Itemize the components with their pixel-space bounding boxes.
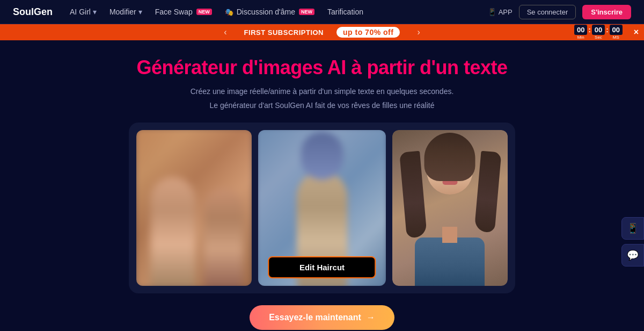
- nav-face-swap[interactable]: Face Swap NEW: [155, 8, 212, 16]
- timer-min-label: Min: [577, 35, 584, 40]
- timer-sec-label: Sec: [595, 35, 602, 40]
- chevron-down-icon: ▾: [138, 8, 142, 16]
- timer-minutes: 00: [574, 25, 587, 35]
- cta-section: Essayez-le maintenant →: [0, 305, 644, 330]
- nav-face-swap-label: Face Swap: [155, 8, 193, 16]
- cta-label: Essayez-le maintenant: [269, 313, 361, 322]
- figure-blob-left: [150, 177, 195, 286]
- edit-haircut-button[interactable]: Edit Haircut: [268, 256, 376, 278]
- new-badge: NEW: [196, 9, 212, 15]
- gallery-card: Edit Haircut: [129, 123, 515, 293]
- timer-seconds: 00: [592, 25, 605, 35]
- phone-float-icon: 📱: [627, 222, 639, 234]
- chat-float-button[interactable]: 💬: [621, 244, 644, 267]
- arrow-icon: →: [367, 313, 375, 322]
- timer-ms: 00: [610, 25, 623, 35]
- promo-timer: 00 Min : 00 Sec : 00 MS: [574, 25, 623, 40]
- gallery-section: Edit Haircut: [0, 123, 644, 293]
- nav-discussion-label: Discussion d'âme: [237, 8, 295, 16]
- figure-blob-left-2: [204, 188, 244, 286]
- app-label: APP: [499, 8, 513, 16]
- nav-ai-girl[interactable]: AI Girl ▾: [70, 8, 97, 16]
- nav-right: 📱 APP Se connecter S'inscrire: [488, 5, 631, 19]
- gallery-panel-right: [392, 130, 508, 286]
- gallery-panel-left: [136, 130, 252, 286]
- soul-icon: 🎭: [225, 8, 233, 16]
- hair-left: [399, 150, 427, 238]
- portrait-body: [415, 238, 485, 286]
- phone-icon: 📱: [488, 8, 496, 16]
- nav-tarification-label: Tarification: [327, 8, 363, 16]
- float-right-panel: 📱 💬: [621, 217, 644, 267]
- nav-discussion[interactable]: 🎭 Discussion d'âme NEW: [225, 8, 314, 16]
- hero-subtitle-2: Le générateur d'art SoulGen AI fait de v…: [0, 99, 644, 111]
- promo-prev-arrow[interactable]: ‹: [219, 27, 231, 37]
- gallery-panel-center: Edit Haircut: [258, 130, 385, 286]
- nav-modifier[interactable]: Modifier ▾: [109, 8, 142, 16]
- timer-ms-label: MS: [613, 35, 619, 40]
- nav-tarification[interactable]: Tarification: [327, 8, 363, 16]
- nav-links: AI Girl ▾ Modifier ▾ Face Swap NEW 🎭 Dis…: [70, 8, 488, 16]
- promo-next-arrow[interactable]: ›: [413, 27, 424, 37]
- hero-subtitle-1: Créez une image réelle/anime à partir d'…: [0, 85, 644, 97]
- nav-app[interactable]: 📱 APP: [488, 8, 513, 16]
- portrait-hair: [425, 133, 475, 181]
- gallery-image-left: [136, 130, 252, 286]
- timer-colon-2: :: [606, 26, 608, 34]
- nav-modifier-label: Modifier: [109, 8, 136, 16]
- gallery-image-right: [392, 130, 508, 286]
- promo-subscription-label: FIRST SUBSCRIPTION: [244, 28, 324, 37]
- main-content: Générateur d'images AI à partir d'un tex…: [0, 40, 644, 330]
- chevron-down-icon: ▾: [93, 8, 97, 16]
- timer-minutes-group: 00 Min: [574, 25, 587, 40]
- promo-offer-label: up to 70% off: [336, 27, 400, 38]
- hero-title: Générateur d'images AI à partir d'un tex…: [0, 56, 644, 79]
- signup-button[interactable]: S'inscrire: [582, 5, 631, 19]
- shirt-blob-center: [301, 132, 343, 179]
- portrait-neck: [442, 227, 457, 243]
- promo-close-button[interactable]: ×: [634, 27, 639, 37]
- timer-seconds-group: 00 Sec: [592, 25, 605, 40]
- hair-right: [474, 150, 502, 233]
- new-badge-discussion: NEW: [299, 9, 314, 15]
- nav-ai-girl-label: AI Girl: [70, 8, 91, 16]
- timer-colon-1: :: [588, 26, 590, 34]
- promo-banner: ‹ FIRST SUBSCRIPTION up to 70% off › 00 …: [0, 24, 644, 40]
- cta-button[interactable]: Essayez-le maintenant →: [250, 305, 394, 330]
- chat-float-icon: 💬: [627, 249, 639, 261]
- navbar: SoulGen AI Girl ▾ Modifier ▾ Face Swap N…: [0, 0, 644, 24]
- logo[interactable]: SoulGen: [13, 6, 53, 18]
- timer-ms-group: 00 MS: [610, 25, 623, 40]
- app-float-button[interactable]: 📱: [621, 217, 644, 240]
- login-button[interactable]: Se connecter: [519, 5, 576, 19]
